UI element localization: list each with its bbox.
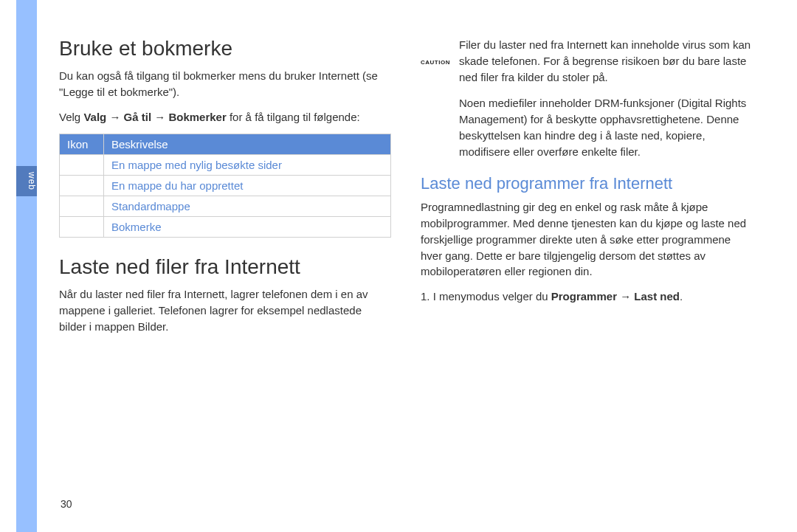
drm-text: Noen mediefiler inneholder DRM-funksjone…	[459, 95, 753, 159]
table-row: Standardmappe	[60, 196, 391, 217]
table-row: En mappe med nylig besøkte sider	[60, 155, 391, 176]
right-column: CAUTION Filer du laster ned fra Internet…	[421, 37, 753, 344]
section-tab: web	[16, 166, 37, 196]
step1-pre: 1. I menymodus velger du	[421, 290, 551, 303]
download-files-text: Når du laster ned filer fra Internett, l…	[59, 286, 391, 334]
step-1: 1. I menymodus velger du Programmer → La…	[421, 289, 753, 305]
cell-icon	[60, 196, 104, 217]
cell-desc: En mappe med nylig besøkte sider	[104, 155, 391, 176]
cell-icon	[60, 155, 104, 176]
page-body: Bruke et bokmerke Du kan også få tilgang…	[59, 37, 767, 344]
left-column: Bruke et bokmerke Du kan også få tilgang…	[59, 37, 391, 344]
caution-icon: CAUTION	[421, 37, 450, 85]
instr-bold: Valg → Gå til → Bokmerker	[83, 111, 226, 123]
bookmark-intro: Du kan også få tilgang til bokmerker men…	[59, 68, 391, 100]
th-desc: Beskrivelse	[104, 134, 391, 155]
cell-desc: Standardmappe	[104, 196, 391, 217]
heading-download-apps: Laste ned programmer fra Internett	[421, 174, 753, 193]
instr-pre: Velg	[59, 111, 83, 123]
instr-post: for å få tilgang til følgende:	[227, 111, 360, 123]
bookmark-instruction: Velg Valg → Gå til → Bokmerker for å få …	[59, 109, 391, 125]
cell-icon	[60, 217, 104, 238]
icon-table: Ikon Beskrivelse En mappe med nylig besø…	[59, 134, 391, 238]
caution-block: CAUTION Filer du laster ned fra Internet…	[421, 37, 753, 85]
step1-bold: Programmer → Last ned	[551, 290, 680, 303]
table-header-row: Ikon Beskrivelse	[60, 134, 391, 155]
cell-desc: Bokmerke	[104, 217, 391, 238]
table-row: En mappe du har opprettet	[60, 176, 391, 196]
side-strip	[16, 0, 37, 532]
heading-download-files: Laste ned filer fra Internett	[59, 255, 391, 279]
download-apps-text: Programnedlastning gir deg en enkel og r…	[421, 199, 753, 280]
heading-bookmark: Bruke et bokmerke	[59, 37, 391, 61]
table-row: Bokmerke	[60, 217, 391, 238]
page-number: 30	[61, 498, 72, 510]
caution-text: Filer du laster ned fra Internett kan in…	[459, 37, 753, 85]
cell-desc: En mappe du har opprettet	[104, 176, 391, 196]
th-icon: Ikon	[60, 134, 104, 155]
step1-post: .	[680, 290, 683, 303]
cell-icon	[60, 176, 104, 196]
